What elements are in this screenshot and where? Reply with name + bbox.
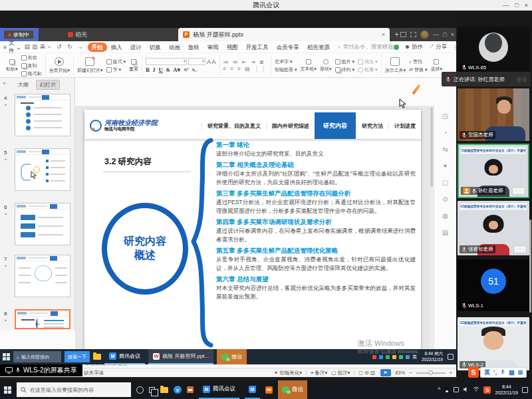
collaborate-button[interactable]: ☻ 协作 (404, 43, 423, 51)
slide-thumbnail-5[interactable] (15, 148, 70, 191)
action-center-icon[interactable] (522, 387, 528, 393)
slide-editor-stage[interactable]: 河南牧业经济学院 物流与电商学院 研究背景、目的及意义国内外研究综述研究内容研究… (75, 106, 430, 358)
task-view-icon[interactable] (149, 387, 155, 393)
tray-icon[interactable] (379, 355, 383, 359)
new-tab-button[interactable]: + (394, 28, 399, 41)
outline-button[interactable]: 轮廓▾ (358, 66, 378, 73)
rail-icon[interactable]: ◳ (442, 112, 448, 120)
remote-taskbar-wps[interactable]: W杨旭 开题答辩.ppt... (148, 349, 213, 364)
participant-WLS-1[interactable]: 51WLS-1 (458, 259, 529, 311)
italic-button[interactable]: I (153, 66, 156, 73)
ribbon-tab-会员专享[interactable]: 会员专享 (273, 43, 303, 52)
rail-icon[interactable]: ⊙ (442, 196, 448, 203)
edge-icon[interactable]: e (174, 386, 182, 394)
cut-button[interactable]: 剪切 (21, 55, 42, 61)
font-family-combo[interactable] (146, 58, 187, 65)
ribbon-tab-开始[interactable]: 开始 (88, 43, 107, 52)
copy-button[interactable]: 复制 (21, 63, 42, 69)
sogou-punct-toggle[interactable]: ’, (493, 369, 497, 376)
qq-icon[interactable] (444, 387, 450, 393)
taskbar-meeting-app[interactable]: M腾讯会议 (199, 380, 239, 399)
wps-minimize-button[interactable]: — (433, 31, 439, 38)
view-mode-icons[interactable]: ◻⊞▥ (358, 370, 376, 376)
picture-button[interactable]: 图片▾ (335, 59, 355, 65)
strikethrough-button[interactable]: S (166, 66, 170, 73)
sogou-icon[interactable]: S (468, 367, 479, 378)
format-painter-button[interactable]: 格式刷 (21, 70, 42, 77)
cortana-icon[interactable] (136, 386, 144, 394)
underline-button[interactable]: U (159, 66, 164, 73)
share-button[interactable]: ↗ 分享 (428, 43, 447, 51)
clock[interactable]: 8:44 2022/11/19 (495, 384, 518, 396)
rail-icon[interactable]: ✦ (442, 162, 448, 170)
taskbar-meeting-window[interactable]: M (245, 380, 260, 399)
reset-button[interactable]: 重置 (129, 59, 138, 72)
fill-button[interactable]: 填充▾ (358, 59, 378, 65)
sogou-keyboard-icon[interactable]: ▤ (509, 369, 515, 376)
pen-tool-icon[interactable] (412, 84, 420, 94)
file-menu[interactable]: ≡ 文件 ⌄ (3, 39, 21, 55)
select-button[interactable]: 选择▾ (431, 59, 443, 72)
ribbon-tab-视图[interactable]: 视图 (223, 43, 242, 52)
wps-close-button[interactable]: × (451, 31, 454, 38)
rail-icon[interactable]: ◔ (443, 129, 447, 136)
participant-WLS-2[interactable]: 2022届物流管理专业本科毕业论文（设计）开题答辩WLS-2 (458, 317, 529, 370)
play-from-current-button[interactable]: 当页开始▾ (49, 57, 70, 74)
remote-taskbar-wechat[interactable]: 微信 (217, 349, 247, 364)
sogou-toolbox-icon[interactable]: ⊞ (518, 369, 523, 376)
ribbon-tab-切换[interactable]: 切换 (146, 43, 165, 52)
add-slide-button[interactable]: + (0, 319, 74, 329)
tray-icon[interactable] (372, 355, 376, 359)
remote-edge-search[interactable]: e输入你想搜的 (13, 351, 61, 362)
xiaomi-icon[interactable]: MI (265, 386, 273, 394)
volume-icon[interactable] (463, 386, 469, 394)
window-close-button[interactable]: × (525, 2, 528, 9)
notes-button[interactable]: ≡ 备注▾ (311, 370, 327, 376)
ribbon-tab-审阅[interactable]: 审阅 (203, 43, 223, 52)
layout-view-icon[interactable] (400, 32, 406, 37)
font-size-combo[interactable] (188, 58, 205, 65)
paste-button[interactable]: 粘贴▾ (6, 59, 18, 72)
participant-孙红霞老师[interactable]: 2022届物流管理专业本科毕业论文（设计）开题答辩孙红霞老师 (458, 144, 529, 198)
zoom-slider[interactable] (416, 372, 446, 374)
taskbar-search-input[interactable]: 在这里输入你要搜索的内容 (17, 382, 131, 397)
tray-expand-icon[interactable]: ^ (438, 386, 440, 393)
ribbon-tab-稻壳资源[interactable]: 稻壳资源 (303, 43, 334, 52)
zoom-in-button[interactable]: + (450, 370, 452, 376)
font-color-button[interactable]: A▾ (173, 66, 180, 73)
slide-thumbnail-4[interactable] (15, 94, 70, 136)
ribbon-tab-开发工具[interactable]: 开发工具 (242, 43, 273, 52)
wps-restore-button[interactable]: □ (443, 31, 446, 38)
slideshow-play-button[interactable] (380, 369, 391, 376)
remote-clock[interactable]: 8:44 周六 2022/11/19 (422, 351, 443, 362)
split-view-icon[interactable] (410, 32, 416, 37)
ribbon-tab-插入[interactable]: 插入 (107, 43, 126, 52)
art-text-button[interactable]: 艺术字▾ (275, 59, 297, 65)
participant-WLS-65[interactable]: WLS-65 (458, 27, 529, 73)
wps-account-avatar[interactable] (420, 31, 429, 39)
network-icon[interactable] (473, 386, 479, 393)
rail-icon[interactable]: ⇆ (442, 146, 448, 153)
slide-thumbnail-6[interactable] (15, 203, 70, 245)
sogou-lang-toggle[interactable]: 英 (484, 368, 490, 377)
present-tools-button[interactable]: 演示工具▾ (385, 57, 406, 74)
tray-icon[interactable] (406, 355, 410, 359)
new-slide-button[interactable]: 新建幻灯片▾ (77, 57, 103, 74)
align-format-icons[interactable]: ≡ ≡ ≡ ▤ ⋮⋮ (223, 66, 267, 72)
tab-close-icon[interactable]: × (382, 31, 385, 38)
remote-search-button[interactable]: 搜索一下 (65, 351, 90, 362)
current-slide[interactable]: 河南牧业经济学院 物流与电商学院 研究背景、目的及意义国内外研究综述研究内容研究… (84, 110, 421, 354)
arrange-button[interactable]: 排列▾ (335, 66, 355, 73)
explorer-icon[interactable] (160, 387, 168, 393)
rail-icon[interactable]: ◍ (442, 212, 448, 219)
rail-icon[interactable]: ▤ (442, 229, 448, 236)
sogou-mic-icon[interactable] (500, 369, 505, 376)
window-maximize-button[interactable]: □ (515, 2, 518, 9)
comments-button[interactable]: ▢ 批注▾ (331, 370, 350, 376)
beautify-button[interactable]: ✦ 智能美化▾ (274, 370, 302, 376)
superscript-button[interactable]: X² (184, 67, 188, 72)
sogou-tray-icon[interactable]: S (483, 386, 491, 394)
sidebar-scrollbar[interactable] (529, 219, 531, 313)
zoom-out-button[interactable]: − (409, 370, 412, 376)
rail-icon[interactable]: ▢ (442, 179, 448, 186)
